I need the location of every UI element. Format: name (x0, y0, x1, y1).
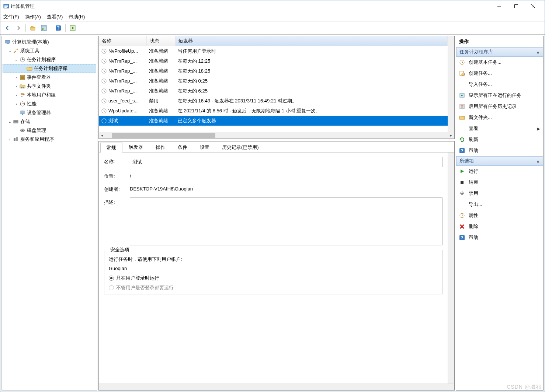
delete-icon (459, 224, 465, 230)
action-new-folder[interactable]: 新文件夹... (456, 112, 543, 123)
toolbar-up-button[interactable] (28, 23, 38, 33)
toolbar-run-button[interactable] (68, 23, 77, 33)
tree-services[interactable]: ›服务和应用程序 (3, 135, 96, 144)
action-run[interactable]: 运行 (456, 166, 543, 177)
action-import-task[interactable]: 导入任务... (456, 79, 543, 90)
radio-logged-on-only[interactable]: 只在用户登录时运行 (109, 275, 438, 281)
vertical-scrollbar[interactable] (448, 36, 454, 132)
security-user: Guoqian (109, 266, 438, 271)
menu-action[interactable]: 操作(A) (25, 14, 41, 20)
tree-devmgr[interactable]: 设备管理器 (3, 108, 96, 117)
task-row[interactable]: user_feed_s...禁用在每天的 16:49 - 触发器在 2031/3… (99, 96, 448, 106)
svg-rect-31 (22, 114, 23, 115)
menu-file[interactable]: 文件(F) (3, 14, 19, 20)
action-properties[interactable]: 属性 (456, 210, 543, 221)
close-button[interactable] (525, 0, 542, 12)
expand-icon[interactable]: › (14, 84, 19, 88)
expand-icon[interactable]: › (7, 137, 12, 141)
action-disable[interactable]: 禁用 (456, 188, 543, 199)
tree-pane[interactable]: 计算机管理(本地) ⌄系统工具 ⌄任务计划程序 任务计划程序库 ›事件查看器 ›… (1, 36, 97, 391)
actions-group-selected[interactable]: 所选项▲ (456, 156, 543, 166)
svg-rect-2 (4, 6, 8, 7)
column-name[interactable]: 名称 (99, 36, 147, 46)
action-refresh[interactable]: 刷新 (456, 134, 543, 145)
tab-settings[interactable]: 设置 (194, 142, 216, 152)
action-end[interactable]: 结束 (456, 177, 543, 188)
minimize-button[interactable] (491, 0, 508, 12)
expand-icon[interactable]: › (14, 93, 19, 97)
collapse-icon[interactable]: ⌄ (7, 49, 12, 53)
toolbar-properties-button[interactable] (39, 23, 49, 33)
action-show-running[interactable]: 显示所有正在运行的任务 (456, 90, 543, 101)
toolbar: ? (0, 22, 545, 34)
svg-line-55 (104, 101, 105, 102)
task-row[interactable]: NvTmRep_...准备就绪在每天的 18:25 (99, 66, 448, 76)
task-row[interactable]: 测试准备就绪已定义多个触发器 (99, 116, 448, 126)
action-create-task[interactable]: 创建任务... (456, 68, 543, 79)
tree-label: 事件查看器 (27, 74, 51, 81)
tree-localusers[interactable]: ›本地用户和组 (3, 91, 96, 99)
tree-storage[interactable]: ⌄存储 (3, 117, 96, 126)
action-create-basic-task[interactable]: 创建基本任务... (456, 57, 543, 68)
tree-scheduler-library[interactable]: 任务计划程序库 (3, 64, 96, 73)
action-help[interactable]: ?帮助 (456, 145, 543, 156)
expand-icon[interactable]: › (14, 102, 19, 106)
play-icon (459, 168, 465, 174)
toolbar-separator (25, 24, 26, 32)
radio-any-logon[interactable]: 不管用户是否登录都要运行 (109, 285, 438, 290)
label-name: 名称: (104, 157, 130, 165)
toolbar-back-button[interactable] (3, 23, 12, 33)
radio-icon (109, 276, 114, 281)
svg-line-61 (104, 121, 105, 122)
toolbar-forward-button[interactable] (14, 23, 23, 33)
tree-root[interactable]: 计算机管理(本地) (3, 38, 96, 46)
column-status[interactable]: 状态 (147, 36, 176, 46)
tree-systools[interactable]: ⌄系统工具 (3, 46, 96, 55)
svg-rect-30 (21, 111, 24, 114)
tree-diskmgmt[interactable]: 磁盘管理 (3, 126, 96, 135)
action-view[interactable]: 查看▶ (456, 123, 543, 134)
actions-group-library[interactable]: 任务计划程序库▲ (456, 47, 543, 57)
maximize-button[interactable] (508, 0, 525, 12)
task-row[interactable]: NvTmRep_...准备就绪在每天的 6:25 (99, 86, 448, 96)
svg-rect-74 (461, 181, 464, 184)
tree-scheduler[interactable]: ⌄任务计划程序 (3, 55, 96, 64)
action-enable-history[interactable]: 启用所有任务历史记录 (456, 101, 543, 112)
properties-icon (459, 213, 465, 218)
action-delete[interactable]: 删除 (456, 221, 543, 232)
task-row[interactable]: NvTmRep_...准备就绪在每天的 12:25 (99, 56, 448, 66)
svg-line-40 (104, 51, 105, 52)
task-row[interactable]: NvTmRep_...准备就绪在每天的 0:25 (99, 76, 448, 86)
tab-history[interactable]: 历史记录(已禁用) (216, 142, 265, 152)
collapse-icon[interactable]: ⌄ (7, 119, 12, 124)
task-row[interactable]: WpsUpdate...准备就绪在 2021/11/4 的 8:56 时 - 触… (99, 106, 448, 116)
toolbar-help-button[interactable]: ? (53, 23, 63, 33)
action-help[interactable]: ?帮助 (456, 232, 543, 243)
collapse-icon: ▲ (536, 50, 540, 54)
tree-shared[interactable]: ›共享文件夹 (3, 82, 96, 91)
column-trigger[interactable]: 触发器 (176, 36, 448, 46)
vertical-scrollbar[interactable] (448, 153, 454, 384)
expand-icon[interactable]: › (14, 75, 19, 80)
tools-icon (13, 48, 19, 54)
field-description[interactable] (130, 197, 442, 245)
tree-label: 任务计划程序 (27, 56, 56, 63)
tab-triggers[interactable]: 触发器 (122, 142, 149, 152)
svg-rect-15 (7, 43, 9, 44)
tree-perf[interactable]: ›性能 (3, 99, 96, 108)
svg-point-35 (22, 130, 23, 131)
field-name[interactable]: 测试 (130, 157, 442, 167)
horizontal-scrollbar[interactable]: ◄► (99, 132, 454, 139)
collapse-icon[interactable]: ⌄ (14, 57, 19, 62)
tree-eventviewer[interactable]: ›事件查看器 (3, 73, 96, 82)
menubar: 文件(F) 操作(A) 查看(V) 帮助(H) (0, 12, 545, 22)
task-row[interactable]: NvProfileUp...准备就绪当任何用户登录时 (99, 46, 448, 56)
menu-help[interactable]: 帮助(H) (69, 14, 85, 20)
tab-conditions[interactable]: 条件 (171, 142, 194, 152)
tab-general[interactable]: 常规 (100, 143, 122, 153)
label-author: 创建者: (104, 185, 130, 193)
tab-actions[interactable]: 操作 (149, 142, 171, 152)
menu-view[interactable]: 查看(V) (47, 14, 63, 20)
action-export[interactable]: 导出... (456, 199, 543, 210)
horizontal-scrollbar[interactable] (99, 384, 454, 390)
